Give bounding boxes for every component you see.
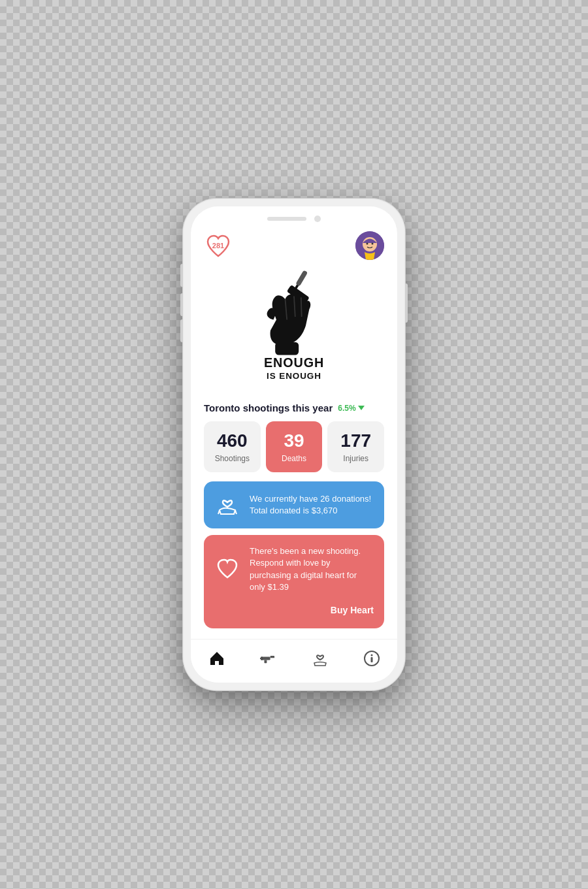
stats-section: Toronto shootings this year 6.5% 460 Sho… — [204, 402, 384, 481]
nav-home[interactable] — [201, 647, 233, 670]
shootings-label: Shootings — [215, 454, 250, 463]
stats-cards: 460 Shootings 39 Deaths 177 Injuries — [204, 421, 384, 472]
injuries-label: Injuries — [343, 454, 368, 463]
user-avatar[interactable] — [355, 231, 384, 260]
shootings-number: 460 — [217, 430, 248, 451]
svg-rect-10 — [275, 342, 299, 355]
gun-icon — [260, 650, 277, 667]
donation-section: We currently have 26 donations! Total do… — [204, 481, 384, 639]
trending-down-icon — [358, 406, 365, 410]
heart-badge[interactable]: 281 — [204, 231, 233, 260]
shooting-alert-text: There's been a new shooting. Respond wit… — [250, 545, 374, 593]
svg-text:ENOUGH: ENOUGH — [264, 355, 324, 370]
nav-gun[interactable] — [252, 647, 285, 670]
svg-rect-17 — [264, 660, 267, 663]
svg-line-13 — [218, 510, 220, 514]
front-camera — [314, 216, 321, 222]
logo-area: ENOUGH IS ENOUGH — [204, 267, 384, 402]
svg-point-21 — [370, 654, 372, 656]
donation-count-text: We currently have 26 donations! Total do… — [250, 493, 374, 517]
phone-screen: 281 — [191, 206, 397, 683]
deaths-card: 39 Deaths — [266, 421, 323, 472]
stats-title: Toronto shootings this year — [204, 402, 333, 413]
svg-point-3 — [372, 243, 374, 245]
donation-count-card[interactable]: We currently have 26 donations! Total do… — [204, 481, 384, 528]
svg-rect-16 — [270, 656, 274, 658]
logo-image: ENOUGH IS ENOUGH — [235, 267, 353, 391]
stats-change-badge: 6.5% — [338, 404, 364, 413]
top-bar: 281 — [204, 226, 384, 267]
heart-count: 281 — [212, 242, 224, 250]
heart-hand-icon — [214, 492, 240, 518]
phone-notch — [191, 206, 397, 226]
deaths-number: 39 — [284, 430, 304, 451]
info-icon — [363, 650, 380, 667]
svg-point-2 — [367, 243, 368, 245]
injuries-number: 177 — [340, 430, 371, 451]
svg-line-5 — [299, 274, 304, 283]
svg-text:IS ENOUGH: IS ENOUGH — [267, 371, 321, 381]
shootings-card: 460 Shootings — [204, 421, 261, 472]
shooting-alert-card[interactable]: There's been a new shooting. Respond wit… — [204, 535, 384, 628]
stats-title-row: Toronto shootings this year 6.5% — [204, 402, 384, 413]
deaths-label: Deaths — [282, 454, 306, 463]
heart-hand-nav-icon — [312, 650, 329, 667]
svg-line-14 — [235, 510, 237, 514]
stats-change-value: 6.5% — [338, 404, 355, 413]
svg-rect-22 — [370, 657, 372, 662]
home-icon — [208, 650, 225, 667]
bottom-nav — [191, 639, 397, 683]
phone-device: 281 — [183, 199, 405, 690]
injuries-card: 177 Injuries — [327, 421, 384, 472]
svg-line-9 — [301, 297, 302, 317]
speaker-slot — [267, 217, 306, 221]
heart-outline-icon — [214, 557, 240, 583]
buy-heart-button[interactable]: Buy Heart — [331, 602, 374, 618]
nav-info[interactable] — [355, 647, 388, 670]
card-body: There's been a new shooting. Respond wit… — [214, 545, 374, 593]
nav-donate[interactable] — [304, 647, 336, 670]
app-content: 281 — [191, 226, 397, 639]
